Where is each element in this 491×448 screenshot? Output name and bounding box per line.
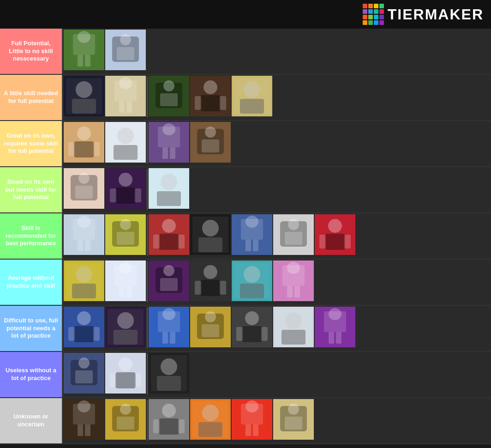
svg-rect-179: [178, 419, 185, 433]
svg-point-60: [161, 174, 177, 190]
tier-item-item-14[interactable]: [149, 168, 189, 209]
tier-items-tier-e: [62, 306, 491, 351]
tier-item-item-40[interactable]: [149, 399, 189, 440]
svg-point-7: [120, 34, 131, 45]
svg-rect-24: [200, 95, 221, 111]
tier-item-item-4[interactable]: [105, 76, 146, 116]
tier-item-item-43[interactable]: [273, 399, 314, 440]
svg-rect-42: [162, 147, 168, 159]
logo-cell: [379, 9, 384, 14]
svg-rect-142: [236, 327, 243, 341]
tier-item-item-7[interactable]: [232, 76, 272, 116]
svg-rect-123: [74, 326, 94, 342]
svg-rect-177: [159, 418, 179, 435]
svg-point-191: [288, 404, 299, 415]
tier-item-item-31[interactable]: [190, 307, 231, 347]
tier-item-item-27[interactable]: [273, 260, 314, 301]
tier-separator: [147, 261, 148, 302]
tier-item-item-19[interactable]: [232, 214, 272, 255]
logo-cell: [379, 20, 384, 25]
tier-item-item-22[interactable]: [64, 260, 104, 301]
svg-rect-187: [253, 424, 258, 436]
svg-point-105: [163, 265, 174, 276]
svg-point-96: [76, 266, 92, 283]
tier-item-item-33[interactable]: [273, 307, 314, 347]
tier-separator: [147, 354, 148, 394]
tier-items-tier-s: [62, 75, 491, 120]
tier-item-item-2[interactable]: [105, 30, 146, 70]
logo-cell: [363, 15, 367, 19]
tier-item-item-41[interactable]: [190, 399, 231, 440]
svg-point-155: [78, 357, 90, 369]
svg-rect-124: [68, 327, 75, 341]
tier-item-item-6[interactable]: [190, 76, 231, 116]
tier-item-item-35[interactable]: [64, 353, 104, 394]
svg-rect-82: [246, 240, 251, 251]
tier-items-tier-a: [62, 121, 491, 166]
svg-rect-64: [78, 240, 83, 251]
svg-point-38: [117, 127, 134, 144]
svg-point-176: [162, 404, 176, 418]
svg-point-87: [288, 219, 299, 230]
tier-item-item-18[interactable]: [190, 214, 231, 255]
tier-item-item-17[interactable]: [149, 214, 189, 255]
tier-item-item-24[interactable]: [149, 260, 189, 301]
svg-point-137: [205, 311, 216, 322]
tier-item-item-5[interactable]: [149, 76, 189, 116]
tier-item-item-1[interactable]: [64, 30, 104, 70]
tier-item-item-29[interactable]: [105, 307, 146, 347]
tier-label-tier-s-plus: Full Potential, Little to no skill nessc…: [0, 29, 62, 74]
tier-row-tier-s-plus: Full Potential, Little to no skill nessc…: [0, 29, 491, 75]
svg-rect-55: [115, 188, 136, 204]
logo-cell: [374, 20, 378, 25]
tier-label-tier-b: Good on its own but needs skill for full…: [0, 167, 62, 212]
tier-item-item-8[interactable]: [64, 122, 104, 163]
svg-rect-118: [287, 286, 293, 297]
svg-point-120: [287, 262, 300, 274]
svg-rect-109: [200, 280, 221, 296]
svg-point-17: [119, 77, 132, 89]
svg-point-72: [162, 219, 176, 233]
svg-rect-110: [195, 281, 201, 295]
svg-rect-125: [93, 327, 100, 341]
tier-item-item-39[interactable]: [105, 399, 146, 440]
svg-point-146: [285, 312, 302, 329]
tier-item-item-13[interactable]: [105, 168, 146, 209]
svg-rect-174: [117, 417, 134, 430]
tier-item-item-37[interactable]: [149, 353, 189, 394]
tier-item-item-38[interactable]: [64, 399, 104, 440]
tier-item-item-20[interactable]: [273, 214, 314, 255]
svg-rect-88: [285, 232, 302, 245]
svg-rect-35: [93, 142, 100, 156]
tier-item-item-32[interactable]: [232, 307, 272, 347]
svg-rect-91: [325, 234, 345, 250]
svg-point-78: [202, 220, 219, 236]
tier-item-item-3[interactable]: [64, 76, 104, 116]
tier-separator: [147, 77, 148, 117]
tier-separator: [147, 308, 148, 348]
svg-point-102: [119, 262, 132, 274]
tier-item-item-21[interactable]: [315, 214, 355, 255]
svg-rect-61: [157, 191, 181, 206]
tier-item-item-11[interactable]: [190, 122, 231, 163]
svg-point-188: [246, 400, 258, 412]
tier-item-item-15[interactable]: [64, 214, 104, 255]
tier-item-item-23[interactable]: [105, 260, 146, 301]
svg-rect-138: [202, 324, 219, 337]
tier-item-item-25[interactable]: [190, 260, 231, 301]
svg-point-114: [244, 266, 260, 283]
tier-item-item-16[interactable]: [105, 214, 146, 255]
svg-rect-52: [75, 186, 93, 199]
tier-item-item-26[interactable]: [232, 260, 272, 301]
tier-item-item-34[interactable]: [315, 307, 355, 347]
tier-item-item-9[interactable]: [105, 122, 146, 163]
tier-item-item-30[interactable]: [149, 307, 189, 347]
tier-item-item-12[interactable]: [64, 168, 104, 209]
tiermaker-logo: TiERMAKER: [363, 4, 484, 25]
tier-item-item-10[interactable]: [149, 122, 189, 163]
svg-rect-79: [198, 237, 222, 252]
tier-item-item-42[interactable]: [232, 399, 272, 440]
svg-point-47: [205, 127, 216, 138]
tier-item-item-28[interactable]: [64, 307, 104, 347]
tier-item-item-36[interactable]: [105, 353, 146, 394]
